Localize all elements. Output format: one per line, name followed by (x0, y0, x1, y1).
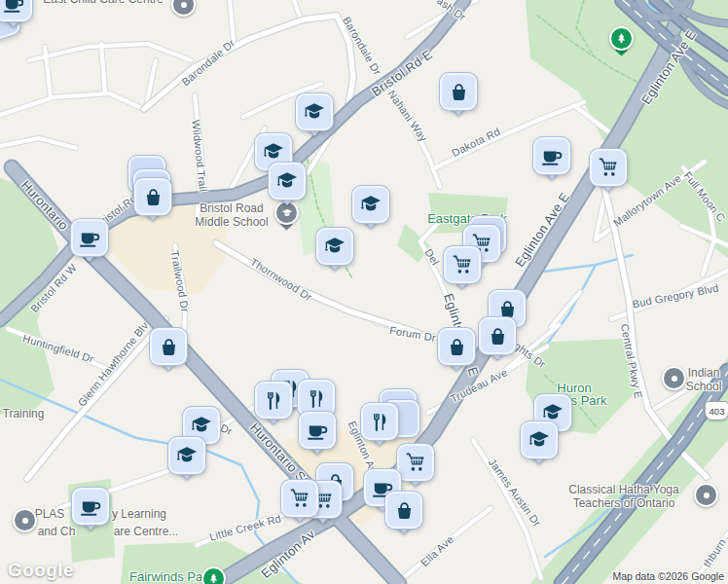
tree-icon (206, 571, 221, 584)
marker-bag[interactable] (150, 328, 187, 379)
marker-body (281, 480, 318, 517)
marker-coffee[interactable] (299, 412, 336, 462)
poi-dot-icon (177, 0, 191, 12)
graduation-cap-icon (303, 100, 326, 124)
marker-bag[interactable] (440, 73, 477, 124)
coffee-cup-icon (306, 419, 329, 442)
graduation-cap-icon (528, 428, 551, 452)
marker-bag[interactable] (134, 178, 171, 229)
poi-dot-icon (18, 514, 32, 528)
marker-body (438, 328, 475, 365)
graduation-cap-icon (359, 193, 382, 216)
marker-body (533, 137, 570, 174)
coffee-cup-icon (2, 0, 25, 15)
marker-body (397, 444, 434, 481)
marker-body (150, 328, 187, 365)
marker-cart[interactable] (444, 246, 481, 297)
poi-dot-icon (700, 489, 713, 502)
marker-body (299, 412, 336, 449)
marker-body (72, 488, 109, 525)
marker-cart[interactable] (590, 149, 627, 200)
marker-body (385, 492, 422, 529)
marker-body (479, 317, 516, 354)
shopping-bag-icon (487, 325, 509, 347)
marker-body (444, 246, 481, 283)
marker-body (0, 0, 32, 21)
restaurant-icon (263, 389, 285, 412)
coffee-cup-icon (79, 494, 102, 518)
tree-icon (614, 31, 629, 46)
marker-body (296, 93, 333, 130)
marker-grad[interactable] (269, 163, 306, 213)
marker-cart[interactable] (397, 444, 434, 494)
graduation-cap-icon (262, 140, 285, 164)
restaurant-icon (306, 387, 328, 410)
marker-body (352, 186, 389, 223)
marker-bag[interactable] (385, 492, 422, 542)
shopping-cart-icon (288, 487, 311, 510)
marker-body (316, 228, 353, 265)
marker-body (168, 437, 205, 474)
marker-coffee[interactable] (533, 137, 570, 188)
marker-restaurant[interactable] (361, 403, 398, 454)
marker-coffee[interactable] (72, 488, 109, 538)
marker-grad[interactable] (168, 437, 205, 488)
shopping-bag-icon (448, 81, 470, 103)
google-logo[interactable]: Google (8, 560, 74, 581)
marker-body (134, 178, 171, 215)
graduation-cap-icon (175, 444, 199, 467)
marker-grad[interactable] (316, 228, 353, 278)
graduation-cap-icon (190, 414, 213, 437)
shopping-bag-icon (158, 336, 180, 358)
marker-bag[interactable] (479, 317, 516, 368)
marker-body (255, 382, 292, 419)
graduation-cap-icon (275, 169, 299, 193)
shopping-cart-icon (451, 253, 474, 276)
marker-body (71, 219, 108, 256)
graduation-cap-icon (323, 235, 346, 258)
marker-grad[interactable] (521, 421, 558, 472)
marker-restaurant[interactable] (255, 382, 292, 432)
marker-body (440, 73, 477, 110)
shopping-bag-icon (142, 186, 164, 208)
marker-coffee[interactable] (71, 219, 108, 270)
marker-body (361, 403, 398, 440)
marker-grad[interactable] (296, 93, 333, 144)
map-canvas[interactable]: Barondale DrBarondale DrBristol Rd ENaha… (0, 0, 728, 584)
marker-body (521, 421, 558, 458)
coffee-cup-icon (78, 226, 101, 249)
coffee-cup-icon (540, 144, 564, 167)
shopping-cart-icon (597, 156, 620, 179)
marker-body (590, 149, 627, 186)
poi-dot-icon (668, 372, 681, 385)
marker-grad[interactable] (352, 186, 389, 237)
marker-body (269, 163, 306, 200)
shopping-bag-icon (393, 499, 416, 522)
restaurant-icon (369, 411, 391, 433)
marker-bag[interactable] (438, 328, 475, 379)
shopping-cart-icon (404, 451, 427, 474)
shopping-bag-icon (446, 336, 468, 358)
marker-coffee[interactable] (0, 0, 32, 35)
marker-cart[interactable] (281, 480, 318, 530)
